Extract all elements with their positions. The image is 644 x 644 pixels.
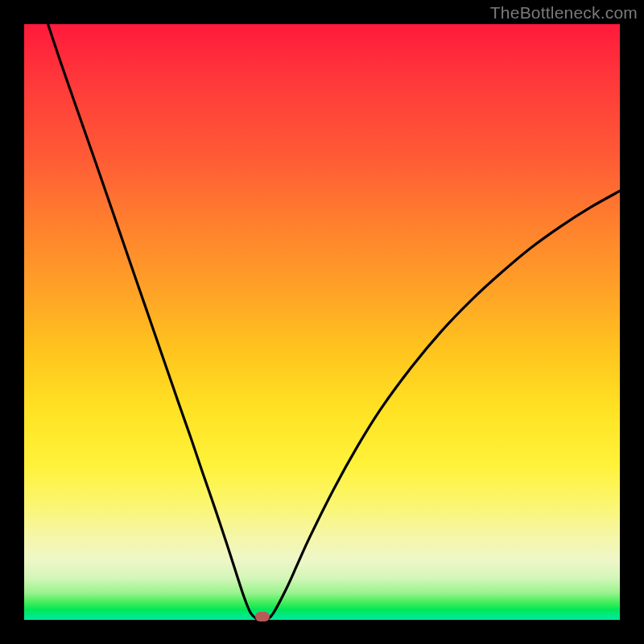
chart-frame (24, 24, 620, 620)
optimum-marker (255, 612, 270, 621)
watermark-text: TheBottleneck.com (490, 3, 638, 23)
bottleneck-curve (24, 24, 620, 620)
